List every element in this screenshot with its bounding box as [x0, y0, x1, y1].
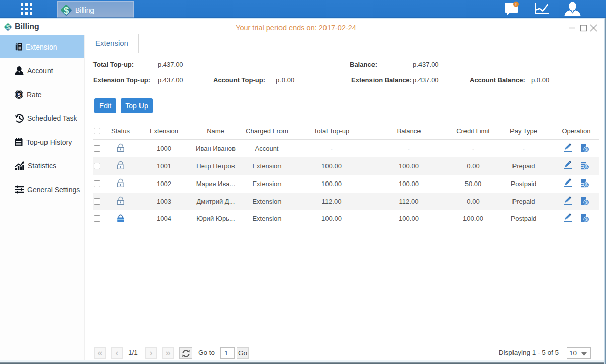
- svg-text:$: $: [585, 200, 588, 205]
- svg-text:$: $: [585, 164, 588, 169]
- svg-text:$: $: [585, 147, 588, 152]
- svg-text:$: $: [585, 182, 588, 187]
- svg-text:$: $: [585, 217, 588, 222]
- svg-text:$: $: [64, 5, 69, 15]
- svg-text:!: !: [515, 2, 517, 7]
- svg-text:$: $: [17, 92, 21, 98]
